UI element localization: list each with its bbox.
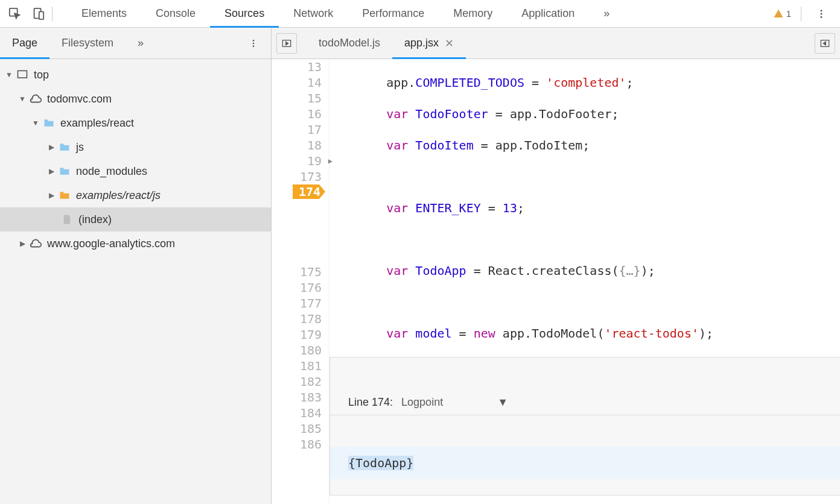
line-gutter[interactable]: 13 14 15 16 17 18 19▶ 173 174 175 176 17… [272,59,329,504]
tree-label: examples/react [60,117,134,130]
toggle-debugger-icon[interactable] [815,33,835,54]
warnings-count: 1 [786,8,791,19]
svg-point-6 [253,40,255,42]
svg-point-3 [821,10,822,11]
tree-folder[interactable]: ▶ js [0,135,271,159]
cloud-icon [29,237,42,250]
tree-folder[interactable]: ▶ examples/react/js [0,183,271,207]
svg-rect-2 [39,11,43,19]
logpoint-input[interactable]: {TodoApp} [330,447,840,479]
tab-memory[interactable]: Memory [439,0,507,28]
chevron-down-icon: ▼ [5,71,13,79]
tab-console[interactable]: Console [141,0,210,28]
tree-file[interactable]: (index) [0,207,271,232]
tree-domain[interactable]: ▶ www.google-analytics.com [0,232,271,256]
inspect-element-icon[interactable] [5,4,25,24]
tree-label: top [34,69,49,81]
file-tab-todomodel[interactable]: todoModel.js [307,28,392,59]
sidebar-tab-filesystem[interactable]: Filesystem [49,28,126,59]
chevron-right-icon: ▶ [47,167,56,175]
more-menu-icon[interactable] [811,4,832,24]
svg-point-8 [253,45,255,47]
chevron-down-icon: ▼ [31,119,40,127]
file-tree: ▼ top ▼ todomvc.com ▼ examples/react ▶ j… [0,59,271,504]
separator [52,7,52,21]
svg-point-5 [821,16,822,17]
sidebar-more-icon[interactable] [243,33,264,54]
code-content[interactable]: app.COMPLETED_TODOS = 'completed'; var T… [329,59,840,504]
frame-icon [16,68,29,81]
device-toggle-icon[interactable] [28,4,48,24]
tree-label: js [76,141,84,154]
folder-icon [42,116,56,130]
folder-icon [58,189,71,202]
logpoint-type-select[interactable]: Logpoint▼ [401,394,508,410]
tree-domain[interactable]: ▼ todomvc.com [0,87,271,111]
sidebar-tabs-overflow[interactable]: » [126,28,156,59]
svg-point-7 [253,42,255,44]
sidebar-tab-page[interactable]: Page [0,28,49,59]
svg-point-4 [821,13,822,14]
chevron-down-icon: ▼ [497,394,508,410]
warnings-badge[interactable]: 1 [773,8,791,19]
file-tab-app[interactable]: app.jsx ✕ [392,28,466,59]
chevron-right-icon: ▶ [47,191,56,200]
file-tab-label: todoModel.js [319,37,380,49]
tab-sources[interactable]: Sources [210,0,279,28]
editor-pane: todoModel.js app.jsx ✕ 13 14 15 16 17 [272,28,840,504]
tree-label: (index) [78,213,112,226]
cloud-icon [29,92,42,106]
file-icon [60,213,74,226]
tree-label: node_modules [76,165,147,178]
navigator-sidebar: Page Filesystem » ▼ top ▼ todomvc.com ▼ [0,28,272,504]
svg-rect-9 [18,71,27,78]
tree-label: examples/react/js [76,189,161,202]
tab-performance[interactable]: Performance [348,0,439,28]
logpoint-marker[interactable]: 174 [293,184,325,199]
tab-network[interactable]: Network [279,0,348,28]
toggle-navigator-icon[interactable] [276,33,297,54]
folder-icon [58,165,71,178]
tree-label: www.google-analytics.com [47,238,175,250]
close-icon[interactable]: ✕ [445,37,454,50]
tree-folder[interactable]: ▼ examples/react [0,111,271,135]
chevron-right-icon: ▶ [47,143,56,151]
tree-label: todomvc.com [47,93,112,106]
logpoint-line-label: Line 174: [348,394,393,410]
tree-top[interactable]: ▼ top [0,63,271,87]
chevron-down-icon: ▼ [18,95,27,103]
folder-icon [58,140,71,154]
separator [801,7,801,21]
tab-application[interactable]: Application [507,0,589,28]
tree-folder[interactable]: ▶ node_modules [0,159,271,183]
tab-elements[interactable]: Elements [67,0,141,28]
chevron-right-icon: ▶ [18,239,27,248]
devtools-toolbar: Elements Console Sources Network Perform… [0,0,840,28]
logpoint-editor: Line 174: Logpoint▼ {TodoApp} [329,357,840,496]
tabs-overflow[interactable]: » [589,0,624,28]
panel-tabs: Elements Console Sources Network Perform… [67,0,624,28]
file-tab-label: app.jsx [404,37,439,49]
